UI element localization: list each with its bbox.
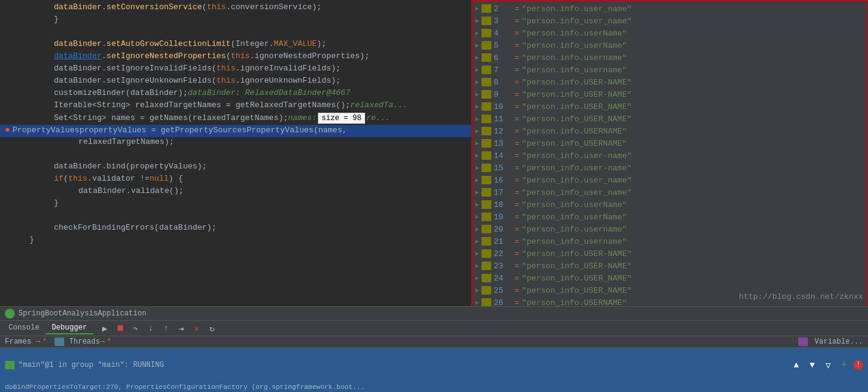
code-token[interactable]: dataBinder: [54, 51, 102, 61]
toolbar-run-to-cursor[interactable]: ⇥: [175, 322, 188, 334]
debug-row[interactable]: ▶3="person.info_user_name": [473, 15, 867, 27]
tab-console[interactable]: Console: [2, 322, 45, 334]
code-token: Iterable: [54, 100, 92, 110]
debug-row[interactable]: ▶17="person_info_user_name": [473, 186, 867, 198]
expand-arrow-icon[interactable]: ▶: [475, 115, 479, 123]
debug-item-icon: [481, 139, 491, 148]
code-token: this: [68, 174, 87, 183]
debug-row[interactable]: ▶22="person_info.USER-NAME": [473, 247, 867, 260]
expand-arrow-icon[interactable]: ▶: [475, 29, 479, 37]
debug-row[interactable]: ▶23="person_info_USER-NAME": [473, 260, 867, 272]
debug-equals: =: [515, 274, 519, 283]
expand-arrow-icon[interactable]: ▶: [475, 54, 479, 61]
toolbar-step-into[interactable]: ↓: [144, 322, 157, 334]
code-token: dataBinder.validate();: [78, 186, 184, 195]
expand-arrow-icon[interactable]: ▶: [475, 213, 479, 221]
expand-arrow-icon[interactable]: ▶: [475, 66, 479, 74]
toolbar-stop[interactable]: ⏹: [113, 322, 127, 334]
debug-row[interactable]: ▶13="person.info_USERNAME": [473, 137, 867, 149]
debug-item-icon: [481, 286, 491, 295]
code-token: }: [29, 235, 34, 244]
expand-arrow-icon[interactable]: ▶: [475, 225, 479, 233]
debug-row[interactable]: ▶9="person.info_USER-NAME": [473, 88, 867, 100]
debug-row[interactable]: ▶6="person.info.username": [473, 51, 867, 64]
debug-item-icon: [481, 102, 491, 111]
code-line: Iterable < String > relaxedTargetNames =…: [0, 100, 471, 113]
debug-value: "person_info.username": [522, 225, 627, 234]
toolbar-force-step[interactable]: ✕: [190, 322, 203, 334]
debug-value: "person.info.USER-NAME": [522, 78, 632, 87]
expand-arrow-icon[interactable]: ▶: [475, 250, 479, 257]
add-btn[interactable]: +: [837, 360, 851, 371]
scroll-down-btn[interactable]: ▼: [806, 360, 819, 371]
expand-arrow-icon[interactable]: ▶: [475, 164, 479, 172]
code-token: this: [231, 51, 250, 61]
debug-row[interactable]: ▶19="person_info_userName": [473, 211, 867, 223]
debug-index: 26: [494, 298, 512, 307]
expand-arrow-icon[interactable]: ▶: [475, 91, 479, 98]
debug-index: 17: [494, 188, 512, 197]
toolbar-evaluate[interactable]: ↻: [205, 322, 219, 334]
code-token: Set: [54, 113, 68, 123]
debug-row[interactable]: ▶21="person_info_username": [473, 235, 867, 247]
debug-row[interactable]: ▶8="person.info.USER-NAME": [473, 76, 867, 88]
filter-btn[interactable]: ▽: [821, 360, 835, 371]
expand-arrow-icon[interactable]: ▶: [475, 176, 479, 184]
toolbar-icons: ▶ ⏹ ↷ ↓ ↑ ⇥ ✕ ↻: [98, 322, 219, 334]
toolbar-resume[interactable]: ▶: [98, 322, 111, 334]
expand-arrow-icon[interactable]: ▶: [475, 17, 479, 24]
expand-arrow-icon[interactable]: ▶: [475, 262, 479, 270]
debug-row[interactable]: ▶7="person.info_username": [473, 64, 867, 76]
expand-arrow-icon[interactable]: ▶: [475, 5, 479, 12]
debug-row[interactable]: ▶16="person_info.user_name": [473, 174, 867, 186]
code-token: .: [102, 39, 107, 48]
debug-index: 11: [494, 115, 512, 124]
toolbar-step-over[interactable]: ↷: [129, 322, 142, 334]
expand-arrow-icon[interactable]: ▶: [475, 201, 479, 208]
expand-arrow-icon[interactable]: ▶: [475, 140, 479, 147]
debug-row[interactable]: ▶5="person.info_userName": [473, 39, 867, 51]
expand-arrow-icon[interactable]: ▶: [475, 42, 479, 49]
expand-arrow-icon[interactable]: ▶: [475, 127, 479, 135]
status-bar: "main"@1 in group "main": RUNNING ▲ ▼ ▽ …: [0, 348, 868, 382]
error-btn[interactable]: !: [853, 360, 863, 370]
code-token: if: [54, 174, 64, 183]
debug-row[interactable]: ▶12="person.info.USERNAME": [473, 125, 867, 137]
debug-row[interactable]: ▶15="person_info.user-name": [473, 162, 867, 174]
debug-equals: =: [515, 298, 519, 307]
code-token: .: [102, 2, 107, 12]
debug-row[interactable]: ▶2="person.info.user_name": [473, 2, 867, 15]
expand-arrow-icon[interactable]: ▶: [475, 152, 479, 159]
tab-debugger[interactable]: Debugger: [45, 322, 93, 334]
code-token: (Integer.: [231, 39, 274, 48]
debug-equals: =: [515, 286, 519, 295]
debug-row[interactable]: ▶4="person.info.userName": [473, 27, 867, 39]
expand-arrow-icon[interactable]: ▶: [475, 299, 479, 306]
debug-panel[interactable]: ▶2="person.info.user_name"▶3="person.inf…: [472, 0, 868, 306]
expand-arrow-icon[interactable]: ▶: [475, 238, 479, 245]
debug-value: "person.info_USER-NAME": [522, 90, 632, 99]
debug-row[interactable]: ▶14="person_info.user-name": [473, 149, 867, 162]
toolbar-step-out[interactable]: ↑: [159, 322, 173, 334]
threads-label[interactable]: Threads→: [69, 337, 105, 346]
debug-index: 23: [494, 262, 512, 271]
debug-index: 20: [494, 225, 512, 234]
debug-equals: =: [515, 90, 519, 99]
debug-row[interactable]: ▶18="person_info.userName": [473, 198, 867, 211]
debug-row[interactable]: ▶10="person.info.USER_NAME": [473, 100, 867, 113]
debug-row[interactable]: ▶24="person_info.USER_NAME": [473, 272, 867, 284]
expand-arrow-icon[interactable]: ▶: [475, 274, 479, 282]
debug-item-icon: [481, 151, 491, 160]
debug-row[interactable]: ▶20="person_info.username": [473, 223, 867, 235]
debug-value: "person.info_username": [522, 66, 627, 75]
debug-row[interactable]: ▶11="person.info_USER_NAME": [473, 113, 867, 125]
variables-icon: [798, 337, 808, 346]
expand-arrow-icon[interactable]: ▶: [475, 287, 479, 294]
expand-arrow-icon[interactable]: ▶: [475, 189, 479, 196]
code-line: checkForBindingErrors(dataBinder);: [0, 223, 471, 235]
variables-label[interactable]: Variable...: [815, 337, 863, 346]
expand-arrow-icon[interactable]: ▶: [475, 103, 479, 110]
expand-arrow-icon[interactable]: ▶: [475, 78, 479, 86]
scroll-up-btn[interactable]: ▲: [790, 360, 803, 371]
debug-item-icon: [481, 41, 491, 50]
